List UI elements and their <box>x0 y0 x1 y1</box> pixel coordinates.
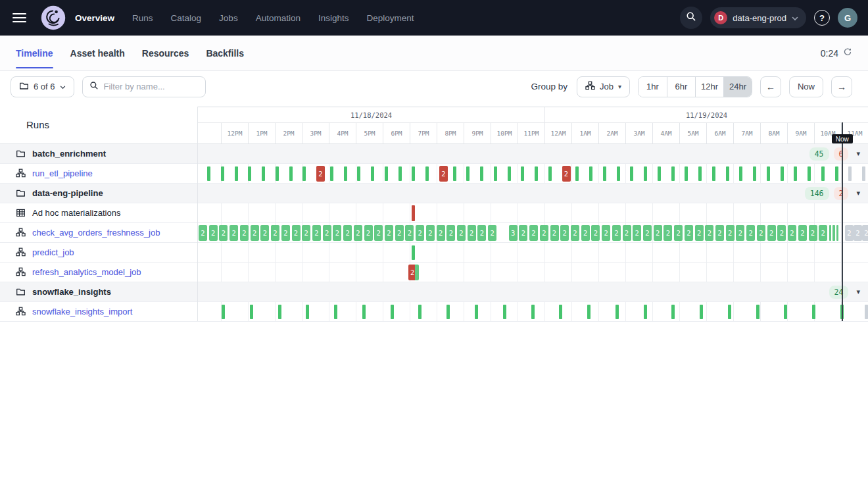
scheduled-run-marker[interactable] <box>848 166 852 181</box>
run-marker[interactable] <box>728 305 731 319</box>
tab-backfills[interactable]: Backfills <box>206 36 244 70</box>
run-marker[interactable] <box>371 166 374 181</box>
run-marker[interactable] <box>658 166 661 181</box>
run-batch-marker[interactable]: 2 <box>199 225 207 241</box>
run-marker[interactable] <box>531 305 535 319</box>
run-batch-marker[interactable]: 2 <box>323 225 331 241</box>
run-marker[interactable] <box>418 305 422 319</box>
expand-caret-icon[interactable]: ▾ <box>856 149 860 158</box>
run-marker[interactable] <box>207 166 210 181</box>
run-marker[interactable] <box>615 305 619 319</box>
run-batch-marker[interactable]: 2 <box>529 225 538 241</box>
run-batch-marker[interactable]: 2 <box>395 225 404 241</box>
run-batch-marker[interactable]: 2 <box>457 225 466 241</box>
run-batch-marker[interactable]: 2 <box>519 225 527 241</box>
run-batch-marker[interactable]: 2 <box>746 225 755 241</box>
run-batch-marker[interactable]: 2 <box>726 225 735 241</box>
run-marker[interactable] <box>306 305 309 319</box>
run-marker[interactable] <box>836 225 839 241</box>
run-batch-marker[interactable]: 2 <box>302 225 310 241</box>
run-marker[interactable] <box>832 225 835 241</box>
run-marker[interactable] <box>698 166 702 181</box>
run-batch-marker[interactable]: 2 <box>612 225 621 241</box>
global-search-button[interactable] <box>680 7 702 29</box>
run-batch-marker[interactable]: 2 <box>643 225 652 241</box>
nav-item-overview[interactable]: Overview <box>75 13 114 23</box>
run-batch-marker[interactable]: 2 <box>674 225 683 241</box>
run-batch-marker[interactable]: 2 <box>385 225 393 241</box>
nav-item-automation[interactable]: Automation <box>256 13 301 23</box>
refresh-icon[interactable] <box>843 47 852 59</box>
row-name[interactable]: run_etl_pipeline <box>32 168 93 178</box>
run-batch-marker[interactable]: 2 <box>343 225 352 241</box>
failed-batch-marker[interactable]: 2 <box>562 166 571 182</box>
run-marker[interactable] <box>712 166 715 181</box>
run-marker[interactable] <box>278 305 281 319</box>
run-batch-marker[interactable]: 2 <box>777 225 786 241</box>
run-batch-marker[interactable]: 2 <box>571 225 579 241</box>
run-batch-marker[interactable]: 2 <box>663 225 672 241</box>
run-marker[interactable] <box>587 305 591 319</box>
run-marker[interactable] <box>412 245 415 260</box>
run-marker[interactable] <box>700 305 703 319</box>
range-12hr[interactable]: 12hr <box>695 77 723 97</box>
run-marker[interactable] <box>357 166 360 181</box>
run-marker[interactable] <box>250 305 253 319</box>
row-name[interactable]: check_avg_orders_freshness_job <box>32 228 160 238</box>
failed-count-badge[interactable]: 6 <box>834 147 849 161</box>
run-marker[interactable] <box>726 166 729 181</box>
run-batch-marker[interactable]: 2 <box>354 225 362 241</box>
run-batch-marker[interactable]: 2 <box>477 225 486 241</box>
shift-back-button[interactable]: ← <box>760 76 781 97</box>
run-marker[interactable] <box>508 166 511 181</box>
run-marker[interactable] <box>344 166 347 181</box>
run-batch-marker[interactable]: 2 <box>654 225 662 241</box>
row-name[interactable]: predict_job <box>32 247 74 257</box>
run-batch-marker[interactable]: 2 <box>633 225 641 241</box>
scheduled-run-marker[interactable] <box>865 305 868 319</box>
run-marker[interactable] <box>262 166 265 181</box>
run-marker[interactable] <box>221 166 224 181</box>
run-batch-marker[interactable]: 2 <box>364 225 373 241</box>
nav-item-deployment[interactable]: Deployment <box>366 13 414 23</box>
expand-caret-icon[interactable]: ▾ <box>856 288 860 296</box>
run-batch-marker[interactable]: 2 <box>736 225 744 241</box>
nav-item-insights[interactable]: Insights <box>318 13 349 23</box>
run-marker[interactable] <box>781 166 784 181</box>
run-marker[interactable] <box>630 166 633 181</box>
run-marker[interactable] <box>289 166 293 181</box>
run-marker[interactable] <box>425 166 429 181</box>
run-marker[interactable] <box>398 166 402 181</box>
hamburger-menu-icon[interactable] <box>11 5 36 30</box>
run-marker[interactable] <box>767 166 770 181</box>
run-batch-marker[interactable]: 2 <box>550 225 559 241</box>
run-marker[interactable] <box>362 305 366 319</box>
run-marker[interactable] <box>575 166 579 181</box>
run-batch-marker[interactable]: 2 <box>271 225 279 241</box>
run-marker[interactable] <box>671 305 675 319</box>
run-batch-marker[interactable]: 2 <box>333 225 341 241</box>
run-batch-marker[interactable]: 2 <box>437 225 445 241</box>
mixed-batch-marker[interactable]: 2 <box>408 265 419 280</box>
run-batch-marker[interactable]: 2 <box>767 225 776 241</box>
run-marker[interactable] <box>671 166 675 181</box>
run-marker[interactable] <box>248 166 251 181</box>
row-name[interactable]: snowflake_insights_import <box>32 307 132 317</box>
jump-to-now-button[interactable]: Now <box>789 76 823 97</box>
run-batch-marker[interactable]: 2 <box>312 225 321 241</box>
nav-item-catalog[interactable]: Catalog <box>171 13 202 23</box>
run-marker[interactable] <box>617 166 620 181</box>
expand-caret-icon[interactable]: ▾ <box>856 189 860 197</box>
succeeded-count-badge[interactable]: 45 <box>809 147 829 161</box>
succeeded-count-badge[interactable]: 24 <box>829 286 849 299</box>
run-marker[interactable] <box>794 166 797 181</box>
row-name[interactable]: snowflake_insights <box>32 287 111 297</box>
run-batch-marker[interactable]: 2 <box>705 225 713 241</box>
run-batch-marker[interactable]: 2 <box>468 225 476 241</box>
group-by-button[interactable]: Job ▾ <box>577 76 630 97</box>
run-marker[interactable] <box>603 166 606 181</box>
run-marker[interactable] <box>753 166 756 181</box>
run-marker[interactable] <box>808 166 811 181</box>
run-batch-marker[interactable]: 2 <box>798 225 807 241</box>
run-marker[interactable] <box>302 166 306 181</box>
